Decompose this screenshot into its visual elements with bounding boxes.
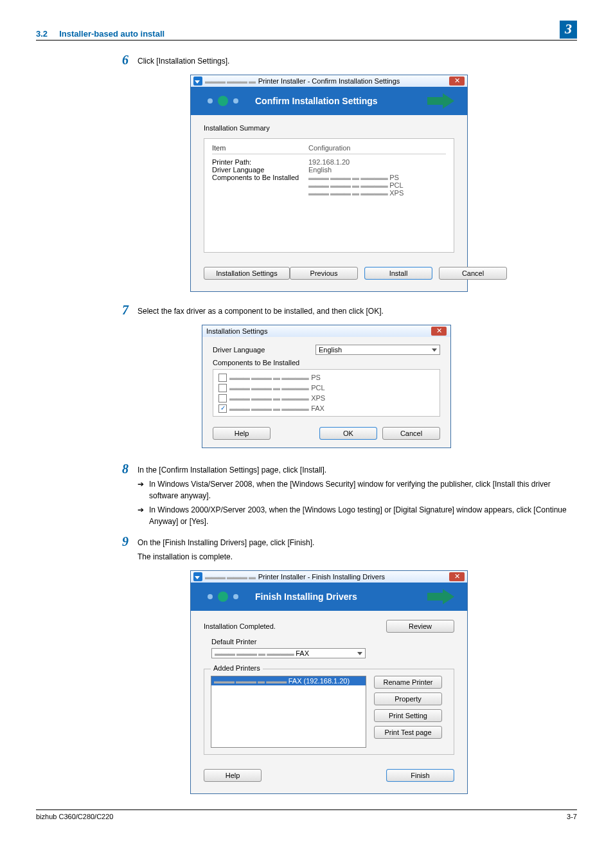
dialog2-title: Installation Settings — [206, 327, 267, 335]
printer-path-value: 192.168.1.20 — [308, 158, 446, 166]
step-number-6: 6 — [107, 53, 138, 69]
finish-installing-dialog: ▬▬▬ ▬▬▬ ▬ Printer Installer - Finish Ins… — [190, 570, 468, 794]
component-ps: PS — [389, 174, 399, 181]
installer-icon — [193, 77, 202, 86]
default-printer-select[interactable]: ▬▬▬ ▬▬▬ ▬ ▬▬▬▬ FAX — [211, 648, 366, 658]
checkbox-fax[interactable]: ✓ — [218, 404, 227, 413]
step-number-7: 7 — [107, 303, 138, 320]
component-xps-label: XPS — [311, 393, 325, 403]
printer-path-label: Printer Path: — [212, 158, 308, 166]
default-printer-value: FAX — [296, 649, 309, 657]
help-button[interactable]: Help — [213, 427, 271, 440]
components-label: Components to Be Installed — [213, 359, 440, 366]
arrow-right-icon: ➔ — [138, 478, 149, 502]
components-label: Components to Be Installed — [212, 174, 308, 197]
driver-language-value: English — [319, 346, 342, 354]
close-icon[interactable]: ✕ — [431, 327, 447, 336]
driver-lang-label: Driver Language — [212, 166, 308, 174]
review-button[interactable]: Review — [386, 620, 454, 633]
arrow-right-icon: ➔ — [138, 504, 149, 527]
installation-completed-label: Installation Completed. — [204, 622, 276, 630]
dialog-title: Printer Installer - Confirm Installation… — [258, 77, 400, 85]
chapter-badge: 3 — [560, 21, 577, 39]
help-button[interactable]: Help — [204, 769, 262, 782]
step-8-sub2: In Windows 2000/XP/Server 2003, when the… — [149, 504, 577, 527]
install-button[interactable]: Install — [364, 267, 432, 280]
dialog-titlebar: ▬▬▬ ▬▬▬ ▬ Printer Installer - Confirm In… — [191, 75, 467, 87]
added-printer-item: FAX (192.168.1.20) — [289, 677, 350, 685]
installer-icon — [193, 572, 202, 581]
chevron-down-icon — [357, 652, 362, 655]
close-icon[interactable]: ✕ — [449, 572, 465, 581]
component-fax-label: FAX — [311, 403, 324, 413]
components-checkbox-group: ▬▬▬ ▬▬▬ ▬ ▬▬▬▬ PS ▬▬▬ ▬▬▬ ▬ ▬▬▬▬ PCL ▬▬▬… — [213, 369, 440, 417]
dialog-titlebar: ▬▬▬ ▬▬▬ ▬ Printer Installer - Finish Ins… — [191, 571, 467, 583]
cancel-button[interactable]: Cancel — [382, 427, 440, 440]
step-9-text: On the [Finish Installing Drivers] page,… — [138, 537, 577, 548]
step-number-8: 8 — [107, 462, 138, 530]
property-button[interactable]: Property — [374, 692, 442, 705]
confirm-installation-dialog: ▬▬▬ ▬▬▬ ▬ Printer Installer - Confirm In… — [190, 75, 468, 292]
added-printers-label: Added Printers — [211, 664, 263, 672]
footer-right: 3-7 — [567, 813, 577, 820]
svg-marker-0 — [427, 93, 454, 109]
added-printers-list[interactable]: ▬▬▬ ▬▬▬ ▬ ▬▬▬ FAX (192.168.1.20) — [211, 676, 366, 748]
dialog3-title: Printer Installer - Finish Installing Dr… — [258, 573, 385, 581]
print-setting-button[interactable]: Print Setting — [374, 709, 442, 722]
close-icon[interactable]: ✕ — [449, 77, 465, 86]
installation-summary-label: Installation Summary — [204, 124, 454, 132]
step-6-text: Click [Installation Settings]. — [138, 55, 577, 67]
driver-language-label: Driver Language — [213, 346, 315, 354]
chevron-down-icon — [432, 348, 437, 352]
rename-printer-button[interactable]: Rename Printer — [374, 676, 442, 689]
step-8-text: In the [Confirm Installation Settings] p… — [138, 464, 577, 476]
print-test-page-button[interactable]: Print Test page — [374, 726, 442, 739]
banner-title: Finish Installing Drivers — [255, 592, 357, 602]
svg-marker-1 — [427, 589, 454, 604]
banner-title: Confirm Installation Settings — [255, 96, 378, 106]
step-7-text: Select the fax driver as a component to … — [138, 305, 577, 317]
cancel-button[interactable]: Cancel — [439, 267, 507, 280]
section-header: 3.2 Installer-based auto install — [36, 29, 164, 39]
checkbox-xps[interactable] — [218, 394, 227, 402]
installation-settings-dialog: Installation Settings ✕ Driver Language … — [202, 325, 451, 448]
default-printer-label: Default Printer — [211, 638, 454, 646]
col-config: Configuration — [308, 144, 446, 152]
component-pcl: PCL — [389, 181, 403, 189]
arrow-right-icon — [427, 92, 456, 110]
step-8-sub1: In Windows Vista/Server 2008, when the [… — [149, 478, 577, 502]
component-ps-label: PS — [311, 372, 321, 383]
installation-summary-list: Item Configuration Printer Path: 192.168… — [204, 138, 454, 253]
checkbox-pcl[interactable] — [218, 384, 227, 392]
col-item: Item — [212, 144, 308, 152]
ok-button[interactable]: OK — [319, 427, 377, 440]
installation-settings-button[interactable]: Installation Settings — [204, 267, 290, 280]
checkbox-ps[interactable] — [218, 374, 227, 382]
arrow-right-icon — [427, 588, 456, 606]
step-9-text2: The installation is complete. — [138, 551, 577, 563]
component-pcl-label: PCL — [311, 383, 324, 393]
dialog-banner: Finish Installing Drivers — [191, 583, 467, 611]
component-xps: XPS — [389, 189, 404, 197]
step-number-9: 9 — [107, 535, 138, 565]
dialog-banner: Confirm Installation Settings — [191, 87, 467, 115]
driver-language-select[interactable]: English — [315, 345, 440, 355]
previous-button[interactable]: Previous — [290, 267, 358, 280]
finish-button[interactable]: Finish — [386, 769, 454, 782]
driver-lang-value: English — [308, 166, 446, 174]
section-number: 3.2 — [36, 29, 48, 39]
section-title: Installer-based auto install — [59, 29, 164, 39]
footer-left: bizhub C360/C280/C220 — [36, 813, 113, 820]
